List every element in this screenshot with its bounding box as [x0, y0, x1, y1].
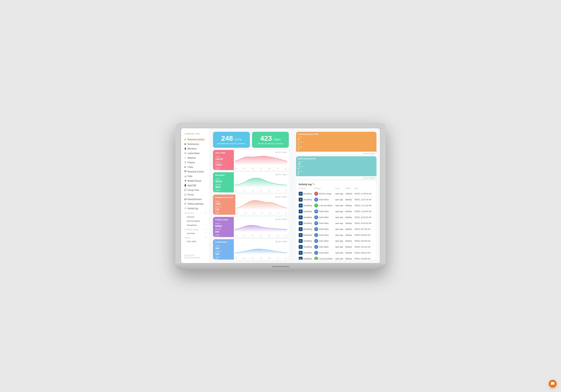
group-chat-icon: 💬 — [184, 189, 186, 191]
chart-app-usage-title: App usage — [215, 152, 232, 154]
cell-date: 5/5/23, 9:51:24 AM — [355, 244, 374, 250]
sidebar-item-polls[interactable]: 📊 Polls — [181, 174, 209, 179]
sidebar-item-matches[interactable]: ⚡ Matches — [181, 156, 209, 160]
chart-profiles-month: Month 840 — [215, 228, 232, 233]
settings-arrow-icon: ▾ — [205, 212, 206, 214]
chart-connections-graph: Apr 28 - May 5 SaSuMoTuWeThFr — [234, 239, 289, 259]
cell-date: 5/5/23, 9:53:58 AM — [355, 238, 374, 244]
latest-news-icon: 📰 — [184, 152, 186, 154]
businesses-label: BUSINESSES INSTALLATIONS — [217, 143, 246, 145]
sidebar-item-latest-news[interactable]: 📰 Latest News — [181, 151, 209, 156]
sidebar-footer: GMT+02:00 Europe/Amsterdam — [181, 253, 209, 260]
table-row: b Bundeling GV Gard Valcix open app desk… — [299, 196, 374, 202]
integrations-arrow-icon: ▾ — [205, 228, 206, 230]
table-row: b Bundeling Lv Luuk van Dieten open app … — [299, 256, 374, 259]
laptop-base — [175, 264, 386, 270]
table-row: b Bundeling GV Gard Valcix open app desk… — [299, 220, 374, 226]
cell-business: b Bundeling — [299, 202, 314, 208]
sidebar-item-business-events[interactable]: 📅 Business Events — [181, 169, 209, 174]
sidebar-item-clubs[interactable]: 🏟 Clubs — [181, 165, 209, 169]
cell-date: 5/5/23, 10:51:53 AM — [355, 214, 374, 220]
bulletin-board-icon: 📌 — [184, 180, 186, 182]
cell-details: desktop — [345, 232, 355, 238]
cell-details: desktop — [345, 208, 355, 214]
cell-action: open app — [335, 191, 345, 196]
chart-contact-graph: Apr 28 - May 5 SaSuMoTuWeThFr — [296, 152, 377, 154]
cell-action: open app — [335, 208, 345, 214]
sidebar-item-businesses[interactable]: ▦ Businesses — [181, 142, 209, 146]
chart-profiles-year: Year 69628 — [215, 223, 232, 227]
col-action: Action — [335, 187, 345, 191]
chart-social-graph: Apr 28 - May 5 SaSuMoTuWeThFr — [296, 176, 377, 179]
chart-messages-week: Week 969 — [215, 189, 232, 192]
sidebar-sub-mail-templates[interactable]: Mail templates — [181, 219, 209, 223]
sidebar-item-members[interactable]: 👤 Members — [181, 146, 209, 151]
chart-social-year: Year 16 — [298, 161, 375, 165]
chart-profiles-views: Profiles views Year 69628 Month 840 Week… — [213, 217, 289, 237]
chart-app-usage-month: Month 10683 — [215, 161, 232, 166]
sidebar-item-advertisement[interactable]: 📢 Advertisement — [181, 197, 209, 202]
table-row: b Bundeling Lv Luuk van Dieten open-app … — [299, 202, 374, 208]
sidebar-item-group-chat[interactable]: 💬 Group Chat — [181, 188, 209, 192]
table-row: b Bundeling GV Gard Valcix open app desk… — [299, 208, 374, 214]
sidebar-sub-templates[interactable]: Templates — [181, 223, 209, 227]
sidebar-item-appcms[interactable]: 📱 AppCMS — [181, 183, 209, 188]
sidebar-sub-general[interactable]: General — [181, 215, 209, 219]
sidebar-item-bulletin-board[interactable]: 📌 Bulletin Board — [181, 179, 209, 183]
chart-profiles-week: Week 122 — [215, 234, 232, 237]
stat-card-profiles: 423 / 88% PROFILES INSTALLATIONS — [252, 132, 289, 148]
chart-app-usage-week: Week 3874 — [215, 167, 232, 170]
cell-member: Lv Luuk van Dieten — [314, 202, 335, 208]
sidebar-item-players[interactable]: 🏃 Players — [181, 160, 209, 165]
chat-bubble-button[interactable] — [549, 380, 557, 388]
sidebar-sub-api-keys[interactable]: Api Keys — [181, 231, 209, 235]
cell-member: GV Gard Valcix — [314, 220, 335, 226]
cell-action: open-app — [335, 202, 345, 208]
businesses-icon: ▦ — [184, 143, 186, 145]
chart-contact-title: Contact payment clicks — [298, 133, 375, 135]
cell-details: desktop — [345, 244, 355, 250]
polls-icon: 📊 — [184, 175, 186, 177]
cell-action: open app — [335, 220, 345, 226]
cell-date: 5/5/23, 10:10:35 AM — [355, 220, 374, 226]
chart-app-usage-year: Year 138707 — [215, 156, 232, 160]
sidebar-sub-user-roles[interactable]: User roles — [181, 239, 209, 243]
stat-card-businesses: 248 / 87% BUSINESSES INSTALLATIONS — [213, 132, 250, 148]
cell-details: desktop — [345, 256, 355, 259]
chart-departments-year: Year 1802 — [215, 200, 233, 205]
cell-details: desktop — [345, 214, 355, 220]
cell-member: BD Bob De Voogd — [314, 191, 335, 196]
clubs-icon: 🏟 — [184, 166, 186, 168]
cell-details: desktop — [345, 250, 355, 256]
cell-business: b Bundeling — [299, 238, 314, 244]
sidebar-item-activity-log[interactable]: 📝 Activity log — [181, 206, 209, 211]
cell-business: b Bundeling — [299, 226, 314, 232]
activity-table: Business Member Action Details Date b Bu… — [299, 187, 374, 259]
chart-connections-month: Month 168 — [215, 251, 232, 255]
businesses-fraction: / 87% — [234, 138, 242, 141]
chart-connections-week: Week 27 — [215, 256, 232, 259]
chart-app-usage-graph: Apr 28 - May 5 SaSuMoTuWeThFr — [234, 150, 289, 170]
cell-business: b Bundeling — [299, 208, 314, 214]
profiles-fraction: / 88% — [273, 138, 281, 141]
table-row: b Bundeling GV Gard Valcix open app desk… — [299, 214, 374, 220]
appcms-icon: 📱 — [184, 184, 186, 186]
cell-action: open app — [335, 196, 345, 202]
profiles-label: PROFILES INSTALLATIONS — [258, 143, 283, 145]
laptop-container: Dashboard PRO ◎ Network activity ▦ Busin… — [175, 123, 386, 270]
sidebar-item-rollout-planning[interactable]: 🗓 Rollout planning — [181, 202, 209, 206]
cell-member: Lv Luuk van Dieten — [314, 256, 335, 259]
businesses-number: 248 — [221, 135, 233, 142]
cell-date: 5/5/23, 11:49:54 AM — [355, 191, 374, 196]
col-date: Date — [355, 187, 374, 191]
cell-action: open app — [335, 238, 345, 244]
sidebar-item-network-activity[interactable]: ◎ Network activity — [181, 137, 209, 142]
chart-messages-year: Year 48419 — [215, 178, 232, 183]
cell-action: open app — [335, 232, 345, 238]
sidebar: Dashboard PRO ◎ Network activity ▦ Busin… — [181, 128, 209, 263]
chart-messages-month: Month 3849 — [215, 184, 232, 188]
sidebar-item-forms[interactable]: 📋 Forms — [181, 192, 209, 197]
chart-profiles-title: Profiles views — [215, 219, 232, 221]
cell-action: open app — [335, 250, 345, 256]
business-events-icon: 📅 — [184, 171, 186, 173]
